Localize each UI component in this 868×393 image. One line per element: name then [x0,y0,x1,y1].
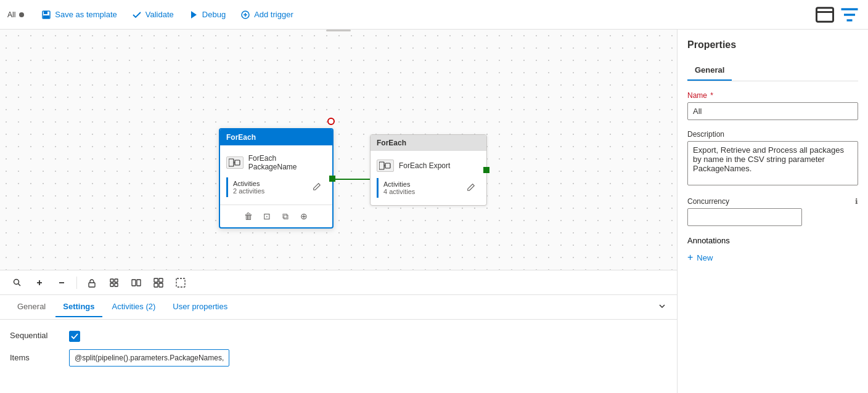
svg-rect-22 [89,283,95,287]
foreach-activity-icon-2 [377,160,394,172]
chevron-down-icon [657,301,667,311]
svg-rect-2 [43,15,49,18]
drag-handle [326,30,351,31]
svg-rect-30 [159,278,163,282]
foreach-node-2-activity-row: ForEach Export [377,156,480,176]
lock-button[interactable] [82,273,102,293]
foreach-node-2-activities: Activities 4 activities [377,178,480,198]
sequential-field-row: Sequential [10,327,667,342]
checkmark-icon [71,333,78,340]
properties-tabs: General [687,60,858,81]
bottom-toolbar [0,270,677,294]
svg-marker-3 [191,11,197,18]
svg-point-17 [14,279,19,284]
add-trigger-button[interactable]: Add trigger [233,5,301,25]
search-icon [12,278,22,288]
connection-dot-top[interactable] [327,118,335,125]
auto-layout-button[interactable] [126,273,146,293]
bottom-panel-content: Sequential Items [0,320,677,374]
foreach-node-2-header: ForEach [371,135,486,151]
svg-rect-33 [176,278,185,287]
collapse-icon [814,4,836,26]
debug-icon [189,10,199,20]
foreach-node-1-activities-label: Activities [233,180,264,187]
grid-button[interactable] [149,273,168,293]
fit-view-button[interactable] [104,273,124,293]
debug-button[interactable]: Debug [181,5,233,25]
copy-icon-button[interactable]: ⊡ [258,208,276,225]
grid-icon [154,278,163,288]
tab-general[interactable]: General [10,297,53,317]
selection-button[interactable] [171,273,190,293]
svg-rect-14 [379,162,384,169]
svg-rect-23 [110,279,113,282]
toolbar-separator-1 [76,277,77,289]
properties-tab-general[interactable]: General [687,60,732,81]
collapse-icon-button[interactable] [814,4,836,26]
top-bar: All Save as template Validate Debug Add … [0,0,868,30]
tab-user-properties[interactable]: User properties [165,297,235,317]
foreach-node-2-name: ForEach Export [399,161,450,170]
trigger-icon [240,10,250,20]
duplicate-icon-button[interactable]: ⧉ [277,208,294,225]
zoom-out-button[interactable] [52,273,72,293]
connector-square-right-2[interactable] [483,167,489,173]
filter-icon-button[interactable] [838,4,861,26]
svg-rect-26 [115,283,118,286]
connector-square-right-1[interactable] [329,176,335,182]
svg-rect-32 [159,283,163,287]
tab-activities[interactable]: Activities (2) [105,297,163,317]
svg-rect-5 [817,7,833,22]
add-activity-button[interactable]: ⊕ [295,208,313,225]
foreach-node-2-activities-label: Activities [383,180,415,188]
plus-icon: + [687,253,693,262]
canvas-background [0,30,677,270]
foreach-node-2[interactable]: ForEach ForEach Export [370,134,487,206]
properties-title: Properties [687,39,858,51]
items-label: Items [10,349,59,362]
annotations-new-button[interactable]: + New [687,250,713,265]
delete-icon-button[interactable]: 🗑 [240,208,257,225]
foreach-node-1-activity-row: ForEach PackageName [226,150,326,175]
foreach-node-1-activities-count: 2 activities [233,187,264,195]
sequential-checkbox[interactable] [69,331,80,342]
foreach-activity-icon-1 [226,156,244,169]
svg-rect-12 [235,160,240,165]
items-field-row: Items [10,349,667,367]
svg-rect-31 [154,283,158,287]
pipeline-icon [229,158,241,167]
foreach-node-2-body: ForEach Export Activities 4 activities [371,151,486,205]
foreach-node-1-header: ForEach [220,129,332,145]
svg-rect-29 [154,278,158,282]
bottom-panel: General Settings Activities (2) User pro… [0,294,677,393]
svg-rect-25 [110,283,113,286]
foreach-node-1-name: ForEach PackageName [248,154,326,171]
pen-icon [313,182,321,191]
main-area: ForEach ForEach PackageName [0,30,868,393]
foreach-node-1-activities: Activities 2 activities [226,177,326,197]
properties-description-textarea[interactable]: Export, Retrieve and Process all package… [687,141,858,185]
properties-concurrency-input[interactable] [687,208,802,226]
fit-view-icon [109,278,119,288]
save-icon [41,10,51,20]
foreach-node-2-edit-icon[interactable] [467,183,475,193]
properties-description-label: Description [687,130,858,139]
foreach-node-1-edit-icon[interactable] [313,182,321,193]
zoom-in-button[interactable] [30,273,49,293]
properties-name-field: Name * [687,91,858,120]
save-template-button[interactable]: Save as template [34,5,124,25]
items-input[interactable] [69,349,229,367]
foreach-node-1[interactable]: ForEach ForEach PackageName [219,128,334,229]
pipeline-canvas[interactable]: ForEach ForEach PackageName [0,30,677,270]
search-button[interactable] [7,273,27,293]
svg-rect-28 [137,280,141,286]
tab-settings[interactable]: Settings [55,297,102,317]
svg-rect-27 [132,280,136,286]
close-bottom-panel-button[interactable] [657,301,667,314]
bottom-tabs: General Settings Activities (2) User pro… [0,295,677,320]
validate-button[interactable]: Validate [125,5,181,25]
svg-rect-24 [115,279,118,282]
properties-name-input[interactable] [687,102,858,120]
top-bar-right-actions [814,4,861,26]
selection-icon [176,278,186,288]
